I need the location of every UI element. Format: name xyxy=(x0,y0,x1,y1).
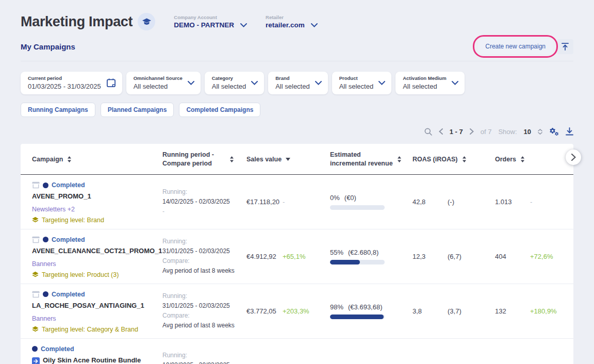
running-label: Running: xyxy=(162,291,244,301)
incremental-bar xyxy=(330,205,385,210)
sales-value: €3.772,05 xyxy=(246,284,283,338)
running-period: 31/01/2025 - 02/03/2025 xyxy=(162,246,244,256)
download-icon xyxy=(566,127,573,136)
filter-label: Activation Medium xyxy=(403,75,446,81)
column-label: ROAS (iROAS) xyxy=(412,156,458,163)
filter-label: Product xyxy=(339,75,373,81)
sales-value: €17.118,20 xyxy=(246,175,283,229)
running-label: Running: xyxy=(162,187,244,197)
page-title: Marketing Impact xyxy=(21,14,133,30)
top-bar: Marketing Impact Company Account DEMO - … xyxy=(21,0,573,30)
filter-dropdown[interactable]: Brand All selected xyxy=(268,72,327,94)
filter-dropdown[interactable]: Category All selected xyxy=(205,72,264,94)
status-dot xyxy=(43,237,48,242)
campaign-medium[interactable]: Banners xyxy=(32,315,153,322)
chevron-up-icon xyxy=(538,129,542,131)
filter-dropdown[interactable]: Current period 01/03/2025 - 31/03/2025 xyxy=(21,72,122,94)
column-settings-button[interactable] xyxy=(549,127,559,136)
download-button[interactable] xyxy=(566,127,573,136)
status-dot xyxy=(32,346,38,352)
roas-value: 42,8 xyxy=(412,175,448,229)
campaign-filter-tab[interactable]: Completed Campaigns xyxy=(179,103,260,117)
sales-change: +65,1% xyxy=(283,229,330,284)
campaign-medium[interactable]: Banners xyxy=(32,260,153,268)
sales-change: +203,3% xyxy=(283,284,330,338)
column-header-incremental[interactable]: Estimated incremental revenue xyxy=(330,151,412,168)
incremental-bar xyxy=(330,315,385,319)
campaigns-table: Campaign Running period - Compare period… xyxy=(21,144,573,364)
compare-value: Avg period of last 8 weeks xyxy=(162,266,244,276)
table-row[interactable]: Completed AVENE_CLEANANCE_OCT21_PROMO_1 … xyxy=(21,229,573,284)
compare-label: Compare: xyxy=(162,311,244,321)
period-cell: Running: 14/02/2025 - 02/03/2025 - xyxy=(162,175,246,229)
table-row[interactable]: Completed AVENE_PROMO_1 Newsletters +2 T… xyxy=(21,175,573,229)
filter-dropdown[interactable]: Product All selected xyxy=(332,72,391,94)
create-new-campaign-button[interactable]: Create new campaign xyxy=(478,39,553,54)
show-label: Show: xyxy=(498,128,517,136)
incremental-percent: 55% xyxy=(330,249,343,256)
chevron-down-icon xyxy=(311,23,318,27)
incremental-cell: 0%(€0) xyxy=(330,175,412,229)
campaign-name[interactable]: AVENE_PROMO_1 xyxy=(32,192,153,202)
targeting-level-text: Targeting level: Product (3) xyxy=(42,271,119,278)
column-header-campaign[interactable]: Campaign xyxy=(32,156,162,163)
period-cell: Running: 10/03/2025 - 30/03/2025 Compare… xyxy=(162,339,246,364)
campaign-name[interactable]: AVENE_CLEANANCE_OCT21_PROMO_1 xyxy=(32,246,153,256)
campaign-name-text: AVENE_CLEANANCE_OCT21_PROMO_1 xyxy=(32,247,162,255)
campaign-status: Completed xyxy=(32,181,153,189)
chevron-right-icon xyxy=(470,128,474,135)
table-row[interactable]: Completed LA_ROCHE_POSAY_ANTIAGING_1 Ban… xyxy=(21,284,573,339)
sales-value: €4.912,92 xyxy=(246,229,283,284)
table-scroll-right-button[interactable] xyxy=(566,150,581,165)
layers-icon xyxy=(32,217,39,223)
retailer-selector[interactable]: Retailer retailer.com xyxy=(266,14,318,29)
search-button[interactable] xyxy=(424,128,432,136)
store-icon xyxy=(32,236,40,243)
column-header-roas[interactable]: ROAS (iROAS) xyxy=(412,156,495,163)
upload-icon xyxy=(562,43,569,51)
divider xyxy=(21,61,573,61)
orders-change: +72,6% xyxy=(530,229,573,284)
column-header-sales[interactable]: Sales value xyxy=(246,156,330,163)
filter-label: Category xyxy=(212,75,246,81)
next-page-button[interactable] xyxy=(470,128,474,135)
orders-change: - xyxy=(530,175,573,229)
sales-value: €3.612,67 xyxy=(246,339,283,364)
column-label: Running period - Compare period xyxy=(162,151,214,168)
orders-value: 311 xyxy=(495,339,530,364)
filter-dropdown[interactable]: Activation Medium All selected xyxy=(395,72,464,94)
filter-label: Current period xyxy=(28,75,101,81)
store-icon xyxy=(32,181,40,189)
filter-dropdown[interactable]: Omnichannel Source All selected xyxy=(126,72,201,94)
chevron-down-icon xyxy=(315,81,322,85)
prev-page-button[interactable] xyxy=(439,128,443,135)
roas-value: 12,3 xyxy=(412,229,448,284)
table-row[interactable]: Completed Oily Skin Acne Routine Bundle … xyxy=(21,339,573,364)
company-account-selector[interactable]: Company Account DEMO - PARTNER xyxy=(174,14,247,29)
campaign-filter-tab[interactable]: Running Campaigns xyxy=(21,103,95,117)
column-label: Orders xyxy=(495,156,516,163)
filter-value: All selected xyxy=(212,82,246,90)
export-button[interactable] xyxy=(557,39,573,54)
column-header-orders[interactable]: Orders xyxy=(495,156,573,163)
campaign-status: Completed xyxy=(32,236,153,243)
iroas-value: (3,7) xyxy=(448,284,495,338)
column-header-period[interactable]: Running period - Compare period xyxy=(162,151,246,168)
iroas-value: (6,7) xyxy=(448,229,495,284)
column-label: Campaign xyxy=(32,156,63,163)
campaign-name[interactable]: Oily Skin Acne Routine Bundle Accelerato… xyxy=(32,356,153,364)
retailer-label: Retailer xyxy=(266,14,318,20)
filter-label: Brand xyxy=(275,75,309,81)
chevron-down-icon xyxy=(538,132,542,135)
incremental-bar xyxy=(330,260,385,264)
search-icon xyxy=(424,128,432,136)
page-size-stepper[interactable] xyxy=(538,129,542,135)
chevron-down-icon xyxy=(378,81,385,85)
campaign-filter-tab[interactable]: Planned Campaigns xyxy=(101,103,174,117)
campaign-medium[interactable]: Newsletters +2 xyxy=(32,206,153,213)
filter-bar: Current period 01/03/2025 - 31/03/2025 O… xyxy=(21,72,573,94)
academy-badge[interactable] xyxy=(138,13,155,30)
campaign-name[interactable]: LA_ROCHE_POSAY_ANTIAGING_1 xyxy=(32,301,153,311)
sort-icon xyxy=(67,156,72,162)
filter-value: All selected xyxy=(134,82,183,90)
